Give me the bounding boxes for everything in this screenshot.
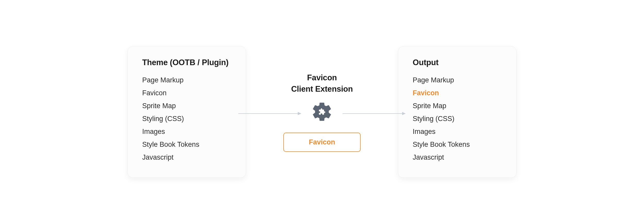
gear-row [246, 100, 398, 123]
list-item: Javascript [142, 151, 231, 164]
middle-section: Favicon Client Extension [246, 72, 398, 152]
list-item: Style Book Tokens [413, 138, 502, 151]
gear-puzzle-icon [311, 100, 333, 123]
list-item: Sprite Map [142, 100, 231, 113]
list-item: Styling (CSS) [142, 113, 231, 125]
list-item: Images [413, 125, 502, 138]
list-item: Javascript [413, 151, 502, 164]
svg-marker-1 [298, 112, 301, 115]
arrow-left-icon [238, 112, 301, 112]
middle-title: Favicon Client Extension [291, 72, 353, 94]
output-card-list: Page Markup Favicon Sprite Map Styling (… [413, 74, 502, 164]
list-item: Page Markup [142, 74, 231, 87]
theme-card-title: Theme (OOTB / Plugin) [142, 58, 231, 67]
list-item: Page Markup [413, 74, 502, 87]
theme-card-list: Page Markup Favicon Sprite Map Styling (… [142, 74, 231, 164]
output-card: Output Page Markup Favicon Sprite Map St… [398, 46, 516, 178]
favicon-badge: Favicon [283, 133, 361, 152]
list-item: Styling (CSS) [413, 113, 502, 125]
list-item: Favicon [142, 87, 231, 100]
list-item: Images [142, 125, 231, 138]
output-card-title: Output [413, 58, 502, 67]
middle-title-line2: Client Extension [291, 84, 353, 93]
theme-card: Theme (OOTB / Plugin) Page Markup Favico… [128, 46, 246, 178]
list-item-highlight: Favicon [413, 87, 502, 100]
list-item: Style Book Tokens [142, 138, 231, 151]
list-item: Sprite Map [413, 100, 502, 113]
diagram-container: Theme (OOTB / Plugin) Page Markup Favico… [128, 46, 516, 178]
middle-title-line1: Favicon [307, 73, 337, 82]
svg-marker-3 [402, 112, 406, 115]
arrow-right-icon [343, 112, 406, 112]
